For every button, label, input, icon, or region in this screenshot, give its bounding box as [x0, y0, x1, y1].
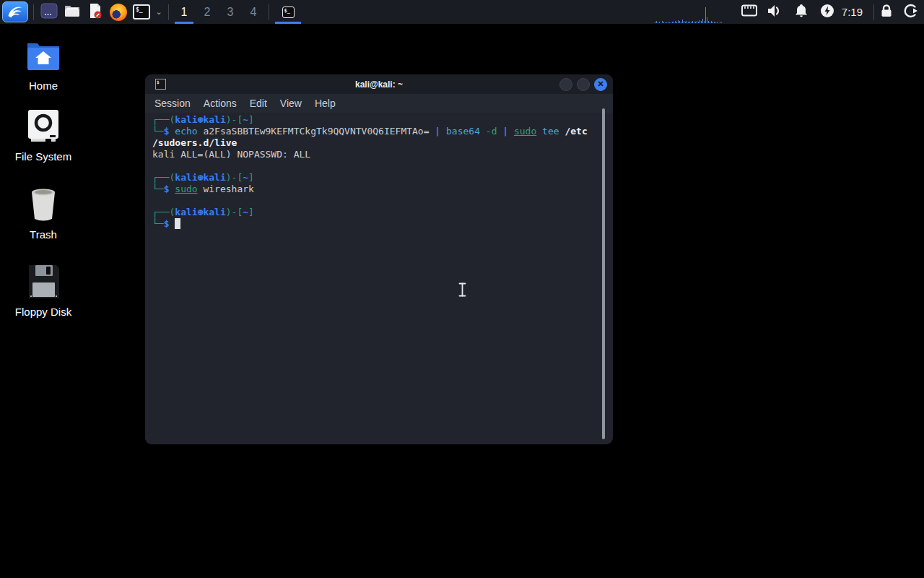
power-manager-button[interactable]: [819, 0, 836, 24]
launcher-firefox[interactable]: [107, 0, 130, 24]
terminal-window-icon: $_: [282, 7, 295, 18]
keyboard-icon: [741, 4, 757, 20]
workspace-label: 4: [250, 6, 257, 19]
volume-button[interactable]: [767, 0, 784, 24]
panel-separator: [168, 4, 169, 20]
desktop-icon-trash[interactable]: Trash: [4, 186, 83, 241]
terminal-text-segment: └─: [152, 126, 164, 137]
document-edit-icon: [87, 2, 104, 22]
launcher-text-editor[interactable]: [84, 0, 107, 24]
chevron-down-icon: ⌄: [155, 7, 162, 17]
workspace-label: 1: [181, 6, 188, 19]
minimize-button[interactable]: [559, 78, 572, 91]
terminal-text-segment: )-[: [226, 114, 243, 125]
workspace-3[interactable]: 3: [219, 0, 242, 24]
terminal-scrollbar[interactable]: [602, 108, 605, 439]
folder-icon: [64, 2, 81, 22]
desktop-icon-label: Trash: [4, 228, 83, 241]
terminal-text-segment: kali: [203, 172, 225, 183]
terminal-text-segment: ]: [248, 207, 254, 217]
close-button[interactable]: ✕: [594, 78, 607, 91]
workspace-label: 3: [227, 6, 234, 19]
terminal-line: /sudoers.d/live: [152, 137, 613, 149]
lock-screen-button[interactable]: [878, 0, 895, 24]
terminal-output-area[interactable]: ┌──(kali⊛kali)-[~]└─$ echo a2FsaSBBTEw9K…: [145, 113, 613, 444]
terminal-text-segment: kali: [175, 207, 197, 217]
bell-icon: [795, 4, 808, 20]
mouse-cursor-ibeam: [458, 282, 467, 300]
terminal-text-segment: base64: [446, 126, 480, 137]
desktop-icon-floppy-disk[interactable]: Floppy Disk: [4, 264, 83, 318]
terminal-icon: $_: [133, 4, 150, 20]
logout-button[interactable]: [902, 0, 920, 24]
terminal-text-segment: kali ALL=(ALL) NOPASSWD: ALL: [152, 149, 310, 160]
terminal-text-segment: /etc: [565, 126, 587, 137]
launcher-terminal[interactable]: $_: [130, 0, 153, 24]
terminal-text-segment: └─: [152, 184, 164, 194]
workspace-4[interactable]: 4: [242, 0, 265, 24]
top-panel: $_ ⌄ 1 2 3 4 $_: [0, 0, 924, 24]
notifications-button[interactable]: [793, 0, 810, 24]
terminal-text-segment: ┌──(: [152, 114, 175, 125]
terminal-line: [152, 195, 613, 207]
terminal-text-segment: echo: [175, 126, 197, 137]
terminal-line: ┌──(kali⊛kali)-[~]: [152, 207, 613, 218]
window-menubar: Session Actions Edit View Help: [145, 94, 613, 113]
launcher-file-manager[interactable]: [61, 0, 84, 24]
terminal-text-segment: sudo: [175, 184, 197, 194]
terminal-text-segment: [508, 126, 514, 137]
terminal-text-segment: sudo: [514, 126, 536, 137]
menu-actions[interactable]: Actions: [197, 98, 243, 109]
desktop-icon-label: Home: [4, 79, 83, 92]
terminal-text-segment: tee: [542, 126, 559, 137]
launcher-app-window[interactable]: [38, 0, 61, 24]
keyboard-indicator-button[interactable]: [741, 0, 758, 24]
menu-help[interactable]: Help: [308, 98, 342, 109]
terminal-line: └─$ sudo wireshark: [152, 184, 613, 195]
menu-edit[interactable]: Edit: [243, 98, 274, 109]
terminal-text-segment: ]: [248, 172, 254, 183]
logout-icon: [904, 4, 918, 21]
clock[interactable]: 7:19: [842, 6, 863, 18]
network-monitor-graph[interactable]: [654, 0, 723, 24]
app-window-icon: [40, 2, 58, 22]
menu-view[interactable]: View: [274, 98, 308, 109]
window-list-terminal-button[interactable]: $_: [273, 0, 303, 24]
desktop-icon-label: File System: [4, 150, 83, 163]
applications-menu-button[interactable]: [2, 1, 28, 22]
terminal-line: └─$ echo a2FsaSBBTEw9KEFMTCkgTk9QQVNTV0Q…: [152, 126, 613, 137]
home-folder-icon: [4, 38, 83, 74]
terminal-text-segment: ~: [243, 114, 248, 125]
panel-separator: [33, 4, 34, 20]
desktop-icon-file-system[interactable]: File System: [4, 108, 83, 163]
terminal-line: └─$: [152, 218, 613, 230]
window-title: kali@kali: ~: [145, 79, 613, 90]
terminal-window: $ kali@kali: ~ ✕ Session Actions Edit Vi…: [145, 74, 613, 444]
terminal-launcher-dropdown[interactable]: ⌄: [153, 0, 165, 24]
terminal-line: ┌──(kali⊛kali)-[~]: [152, 114, 613, 126]
menu-session[interactable]: Session: [148, 98, 197, 109]
terminal-text-segment: )-[: [226, 207, 243, 217]
terminal-line: [152, 160, 613, 172]
terminal-text-segment: kali: [175, 114, 197, 125]
desktop-icon-home[interactable]: Home: [4, 38, 83, 92]
terminal-text-segment: |: [502, 126, 508, 137]
volume-icon: [767, 4, 783, 20]
floppy-disk-icon: [4, 264, 83, 300]
terminal-cursor: [175, 218, 180, 229]
terminal-text-segment: |: [435, 126, 440, 137]
terminal-text-segment: ┌──(: [152, 207, 175, 217]
panel-separator: [873, 4, 874, 20]
lock-icon: [880, 4, 893, 20]
trash-can-icon: [4, 186, 83, 223]
window-titlebar[interactable]: $ kali@kali: ~ ✕: [145, 74, 613, 94]
terminal-text-segment: [480, 126, 486, 137]
maximize-button[interactable]: [577, 78, 590, 91]
terminal-text-segment: /sudoers.d/live: [152, 137, 237, 148]
workspace-2[interactable]: 2: [196, 0, 219, 24]
terminal-text-segment: kali: [175, 172, 197, 183]
power-bolt-icon: [820, 4, 834, 21]
workspace-1[interactable]: 1: [173, 0, 196, 24]
terminal-text-segment: )-[: [226, 172, 243, 183]
terminal-line: ┌──(kali⊛kali)-[~]: [152, 172, 613, 184]
